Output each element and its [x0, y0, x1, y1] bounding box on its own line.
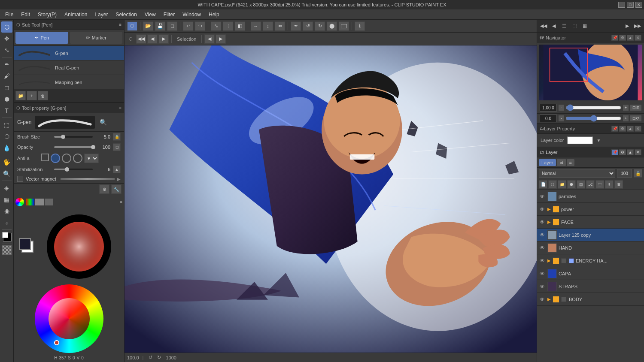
new-group-btn[interactable]: 📁 [15, 91, 26, 100]
layer-new-vector[interactable]: ⬡ [548, 180, 557, 189]
nav-zoom-in[interactable]: + [623, 105, 629, 111]
lp-expand[interactable]: ▲ [627, 126, 634, 132]
layer-item-layer125copy[interactable]: 👁 Layer 125 copy [537, 229, 644, 241]
tool-pattern[interactable] [2, 245, 12, 255]
aa-strong[interactable] [73, 154, 82, 163]
tool-zoom[interactable]: 🔍 [1, 168, 12, 179]
layer-panel-settings[interactable]: ⚙ [619, 149, 626, 155]
nav-zoom-out[interactable]: - [559, 105, 564, 111]
tab-marker[interactable]: ✏ Marker [70, 32, 123, 44]
layer-tab-frame[interactable]: ⊟ [557, 159, 566, 166]
layer-tab-layer[interactable]: Layer [539, 159, 556, 166]
layer-tab-menu[interactable]: ≡ [567, 159, 574, 166]
settings-btn1[interactable]: ⚙ [99, 184, 109, 194]
cmd-flip-3[interactable]: ⇔ [275, 21, 285, 31]
layer-panel-expand[interactable]: ▲ [627, 149, 634, 155]
cmd-info[interactable]: ℹ [355, 21, 365, 31]
navigator-preview[interactable] [539, 45, 642, 100]
nav-rotation-input[interactable]: 0.0 [540, 115, 557, 122]
cmd-rotate-l[interactable]: ↺ [303, 21, 313, 31]
main-color-swatch[interactable] [19, 238, 31, 250]
tool-color-black[interactable] [1, 231, 12, 242]
layer-item-power[interactable]: 👁 ▶ power [537, 203, 644, 216]
color-picker-handle[interactable] [54, 340, 59, 345]
tool-3d[interactable]: ◈ [1, 182, 12, 193]
cmd-deselect[interactable]: ◧ [235, 21, 245, 31]
cmd-save[interactable]: 💾 [155, 21, 165, 31]
layer-item-hand[interactable]: 👁 HAND [537, 241, 644, 254]
color-menu-btn[interactable]: ≡ [120, 199, 122, 204]
cmd-transform[interactable]: ⤡ [211, 21, 221, 31]
panel-nav-btn2[interactable]: ▶ [216, 34, 226, 44]
cmd-redo[interactable]: ↪ [195, 21, 205, 31]
delete-brush-btn[interactable]: 🗑 [38, 91, 48, 100]
cmd-open[interactable]: 📂 [143, 21, 153, 31]
nav-rot-neg[interactable]: - [559, 115, 564, 121]
tool-smudge[interactable]: ⬦ [1, 217, 12, 228]
color-wheel-tab[interactable] [15, 198, 24, 206]
layer-fill[interactable]: ⬢ [567, 180, 576, 189]
layer-item-energyha[interactable]: 👁 ▶ ENERGY HA... [537, 254, 644, 267]
layer-delete[interactable]: 🗑 [614, 180, 623, 189]
tool-pen[interactable]: ✒ [1, 59, 12, 70]
vector-magnet-checkbox[interactable] [17, 176, 23, 182]
aa-select[interactable]: ▼ [84, 154, 99, 163]
menu-view[interactable]: View [141, 11, 159, 18]
tool-eyedrop[interactable]: 💧 [1, 142, 12, 154]
nav-fit-btn[interactable]: ⊡ [632, 106, 636, 110]
tool-selection[interactable]: ⬚ [1, 119, 12, 130]
tool-gradient[interactable]: ▦ [1, 194, 12, 205]
nav-zoom-input[interactable]: 1.00 0 [540, 104, 557, 112]
lp-close[interactable]: ✕ [635, 126, 641, 132]
nav-settings[interactable]: ⚙ [619, 35, 626, 41]
layer-new-raster[interactable]: 📄 [539, 180, 547, 189]
close-button[interactable]: ✕ [635, 2, 642, 8]
tool-navigate[interactable]: 🖐 [1, 157, 12, 168]
layer-mask[interactable]: ⬚ [595, 180, 604, 189]
layer-new-group[interactable]: 📁 [558, 180, 566, 189]
menu-story[interactable]: Story(P) [34, 11, 60, 18]
canvas-image[interactable] [125, 45, 537, 353]
menu-selection[interactable]: Selection [112, 11, 140, 18]
tool-fill[interactable]: ⬢ [1, 94, 12, 105]
cmd-rotate-r[interactable]: ↻ [315, 21, 325, 31]
aa-weak[interactable] [51, 154, 60, 163]
nav-mirror-btn[interactable]: ⊡ [632, 116, 636, 121]
lp-pin[interactable]: 📌 [611, 126, 618, 132]
menu-animation[interactable]: Animation [61, 11, 91, 18]
layer-eye-body[interactable]: 👁 [539, 296, 546, 303]
vector-magnet-slider[interactable] [61, 178, 115, 180]
tool-text[interactable]: T [1, 105, 12, 116]
layer-eye-straps[interactable]: 👁 [539, 283, 546, 290]
rt-forward2[interactable]: ▶▶ [633, 21, 642, 31]
stab-btn[interactable]: ▲ [113, 166, 121, 173]
rt-toggle3[interactable]: ▦ [580, 21, 589, 31]
stabilization-slider[interactable] [54, 169, 93, 170]
nav-rot-pos[interactable]: + [623, 115, 629, 121]
nav-expand[interactable]: ▲ [627, 35, 634, 41]
tool-prop-menu-btn[interactable]: ≡ [119, 106, 122, 110]
tool-select[interactable]: ⬡ [1, 21, 12, 33]
layer-item-particles[interactable]: 👁 particles [537, 190, 644, 203]
layer-eye-energyha[interactable]: 👁 [539, 257, 546, 264]
cmd-circle[interactable]: ⬤ [327, 21, 337, 31]
cmd-freemove[interactable]: ⊹ [223, 21, 233, 31]
nav-pin[interactable]: 📌 [611, 35, 618, 41]
layer-eye-power[interactable]: 👁 [539, 206, 546, 213]
nav-rotation-slider[interactable] [566, 115, 621, 122]
menu-filter[interactable]: Filter [160, 11, 179, 18]
rt-toggle1[interactable]: ☰ [559, 21, 569, 31]
layer-eye-face[interactable]: 👁 [539, 219, 546, 226]
opacity-lock[interactable]: 🔒 [634, 169, 642, 178]
cmd-pen-pressure[interactable]: ✒ [291, 21, 301, 31]
opacity-toggle[interactable]: ◻ [113, 143, 121, 151]
layer-merge-down[interactable]: ⬇ [605, 180, 614, 189]
cmd-export[interactable]: ◻ [167, 21, 177, 31]
brush-item-realgpen[interactable]: Real G-pen [14, 60, 124, 75]
minimize-button[interactable]: ─ [618, 2, 625, 8]
vector-slider-arrow[interactable]: ▶ [117, 177, 121, 181]
layer-eye-layer125[interactable]: 👁 [539, 232, 546, 238]
tool-transform[interactable]: ⤡ [1, 45, 12, 56]
layer-tonal[interactable]: ▤ [577, 180, 585, 189]
nav-back-btn[interactable]: ◀ [147, 34, 158, 44]
